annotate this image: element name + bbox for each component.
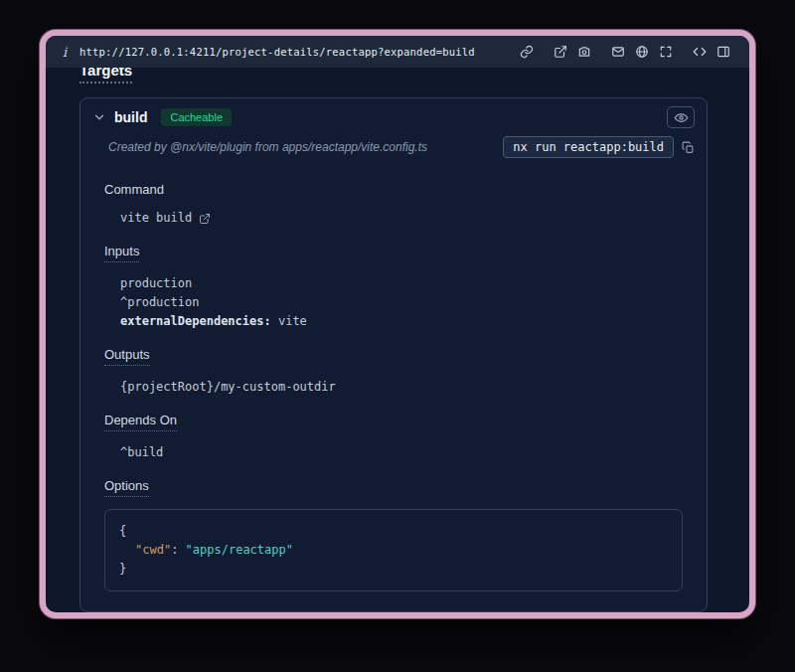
json-colon: : [171, 543, 185, 557]
input-item: ^production [104, 293, 691, 312]
view-target-button[interactable] [667, 106, 695, 128]
inputs-label: Inputs [104, 244, 691, 262]
options-code-block: { "cwd": "apps/reactapp" } [104, 509, 683, 591]
toolbar-icon-group [515, 45, 735, 59]
code-line: } [119, 560, 668, 579]
json-value: "apps/reactapp" [186, 543, 293, 557]
options-section: Options { "cwd": "apps/reactapp" } [104, 478, 691, 591]
command-value: vite build [120, 209, 192, 228]
build-target-card: build Cacheable Created by @nx/vite/plug… [80, 97, 708, 612]
browser-toolbar: i http://127.0.0.1:4211/project-details/… [46, 36, 749, 68]
mail-icon[interactable] [606, 45, 630, 59]
code-line: { [119, 522, 668, 541]
copy-icon[interactable] [682, 141, 695, 154]
json-key: "cwd" [135, 543, 171, 557]
code-line: "cwd": "apps/reactapp" [119, 541, 668, 560]
depends-on-item: ^build [104, 443, 691, 462]
depends-on-label: Depends On [104, 413, 691, 431]
external-deps-key: externalDependencies: [120, 314, 271, 328]
run-command-group: nx run reactapp:build [503, 136, 695, 158]
input-item: externalDependencies: vite [104, 312, 691, 331]
run-command-chip: nx run reactapp:build [503, 136, 674, 158]
outputs-label: Outputs [104, 347, 691, 366]
depends-on-section: Depends On ^build [104, 413, 691, 462]
input-item: production [104, 274, 691, 293]
command-label: Command [104, 182, 691, 197]
sidebar-layout-icon[interactable] [712, 45, 735, 59]
info-icon: i [60, 45, 70, 60]
build-target-header[interactable]: build Cacheable [80, 98, 707, 134]
command-section: Command vite build [104, 182, 691, 228]
code-icon[interactable] [688, 45, 712, 59]
camera-icon[interactable] [572, 45, 596, 59]
inputs-section: Inputs production ^production externalDe… [104, 244, 691, 331]
command-value-row: vite build [104, 209, 691, 228]
external-deps-value: vite [271, 314, 307, 328]
options-label: Options [104, 478, 691, 497]
outputs-section: Outputs {projectRoot}/my-custom-outdir [104, 347, 691, 397]
globe-icon[interactable] [630, 45, 654, 59]
link-icon[interactable] [515, 45, 539, 59]
output-item: {projectRoot}/my-custom-outdir [104, 378, 691, 397]
chevron-down-icon[interactable] [92, 110, 106, 124]
cacheable-badge: Cacheable [161, 108, 232, 126]
target-name: build [114, 109, 147, 125]
browser-window: i http://127.0.0.1:4211/project-details/… [40, 30, 755, 618]
targets-heading: Targets [80, 68, 708, 84]
targets-heading-label: Targets [80, 68, 132, 84]
url-text[interactable]: http://127.0.0.1:4211/project-details/re… [80, 46, 475, 58]
project-details-page: Targets build Cacheable Created by @nx/v… [46, 68, 749, 612]
external-link-icon[interactable] [199, 213, 211, 225]
build-target-body: Command vite build Inputs production ^pr… [80, 172, 707, 611]
pop-out-icon[interactable] [549, 45, 572, 59]
build-target-subheader: Created by @nx/vite/plugin from apps/rea… [80, 134, 707, 172]
fullscreen-icon[interactable] [654, 45, 678, 59]
created-by-text: Created by @nx/vite/plugin from apps/rea… [108, 140, 427, 154]
